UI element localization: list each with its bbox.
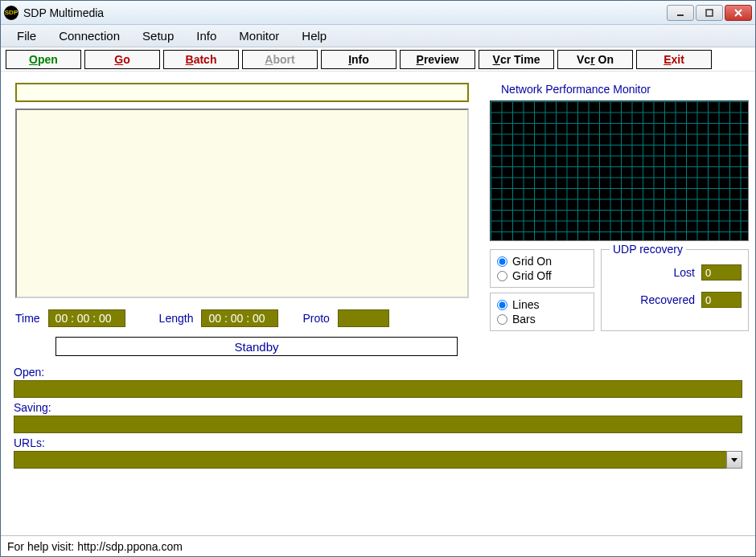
go-button[interactable]: Go [84, 50, 160, 69]
left-panel: Time 00 : 00 : 00 Length 00 : 00 : 00 Pr… [7, 83, 482, 356]
open-button[interactable]: Open [6, 50, 81, 69]
statusbar: For help visit: http://sdp.ppona.com [1, 535, 755, 556]
statusbar-text: For help visit: http://sdp.ppona.com [7, 540, 183, 553]
urls-field[interactable] [14, 451, 742, 469]
time-label: Time [15, 312, 40, 325]
udp-title: UDP recovery [610, 243, 686, 256]
urls-label: URLs: [14, 436, 742, 449]
urls-dropdown-button[interactable] [726, 451, 742, 469]
lost-label: Lost [674, 266, 695, 279]
menu-monitor[interactable]: Monitor [228, 26, 290, 46]
display-radio-group: Lines Bars [490, 293, 594, 331]
upper-panels: Time 00 : 00 : 00 Length 00 : 00 : 00 Pr… [7, 83, 749, 356]
vcrtime-button[interactable]: Vcr Time [479, 50, 554, 69]
status-box: Standby [55, 337, 458, 356]
monitor-graph [490, 100, 749, 241]
grid-on-radio[interactable]: Grid On [497, 255, 587, 268]
close-button[interactable] [725, 5, 752, 21]
saving-field-row: Saving: [14, 401, 742, 433]
menubar: File Connection Setup Info Monitor Help [1, 25, 755, 47]
window-controls [667, 5, 752, 21]
app-window: SDP SDP Multimedia File Connection Setup… [0, 0, 756, 557]
bottom-section: Open: Saving: URLs: [7, 362, 749, 475]
exit-button[interactable]: Exit [636, 50, 712, 69]
monitor-title: Network Performance Monitor [490, 83, 749, 96]
recovered-label: Recovered [640, 293, 695, 306]
menu-help[interactable]: Help [290, 26, 338, 46]
content-area: Time 00 : 00 : 00 Length 00 : 00 : 00 Pr… [1, 72, 755, 535]
menu-info[interactable]: Info [185, 26, 228, 46]
length-label: Length [159, 312, 194, 325]
recovered-value: 0 [701, 292, 742, 308]
abort-button[interactable]: Abort [242, 50, 318, 69]
right-panel: Network Performance Monitor Grid On Grid… [490, 83, 749, 356]
maximize-button[interactable] [696, 5, 723, 21]
menu-file[interactable]: File [6, 26, 47, 46]
app-icon: SDP [4, 6, 18, 20]
bars-radio[interactable]: Bars [497, 313, 587, 326]
toolbar: Open Go Batch Abort Info Preview Vcr Tim… [1, 47, 755, 72]
chevron-down-icon [730, 456, 738, 464]
length-value: 00 : 00 : 00 [201, 309, 278, 327]
proto-label: Proto [302, 312, 329, 325]
udp-lost-row: Lost 0 [608, 264, 742, 281]
lines-radio[interactable]: Lines [497, 298, 587, 311]
saving-label: Saving: [14, 401, 742, 414]
svg-marker-4 [731, 458, 738, 462]
svg-line-2 [735, 10, 742, 16]
proto-value [338, 309, 389, 327]
radio-column: Grid On Grid Off Lines Bars [490, 249, 594, 331]
open-label: Open: [14, 366, 742, 379]
url-input[interactable] [15, 83, 469, 102]
svg-line-3 [735, 10, 742, 16]
menu-connection[interactable]: Connection [47, 26, 131, 46]
log-area[interactable] [15, 109, 469, 298]
window-title: SDP Multimedia [23, 6, 667, 19]
urls-field-row: URLs: [14, 436, 742, 469]
svg-rect-1 [706, 10, 713, 16]
titlebar[interactable]: SDP SDP Multimedia [1, 1, 755, 25]
open-field[interactable] [14, 380, 742, 398]
monitor-controls: Grid On Grid Off Lines Bars UDP recovery… [490, 249, 749, 331]
status-row: Standby [7, 337, 482, 356]
menu-setup[interactable]: Setup [131, 26, 185, 46]
udp-recovery-group: UDP recovery Lost 0 Recovered 0 [601, 249, 749, 331]
vcron-button[interactable]: Vcr On [557, 50, 633, 69]
saving-field[interactable] [14, 416, 742, 433]
lost-value: 0 [701, 264, 742, 281]
time-row: Time 00 : 00 : 00 Length 00 : 00 : 00 Pr… [7, 309, 482, 327]
grid-off-radio[interactable]: Grid Off [497, 269, 587, 282]
udp-recovered-row: Recovered 0 [608, 292, 742, 308]
grid-lines-icon [491, 101, 748, 240]
minimize-button[interactable] [667, 5, 694, 21]
time-value: 00 : 00 : 00 [48, 309, 125, 327]
grid-radio-group: Grid On Grid Off [490, 249, 594, 288]
info-button[interactable]: Info [321, 50, 396, 69]
batch-button[interactable]: Batch [163, 50, 239, 69]
preview-button[interactable]: Preview [400, 50, 475, 69]
open-field-row: Open: [14, 366, 742, 398]
